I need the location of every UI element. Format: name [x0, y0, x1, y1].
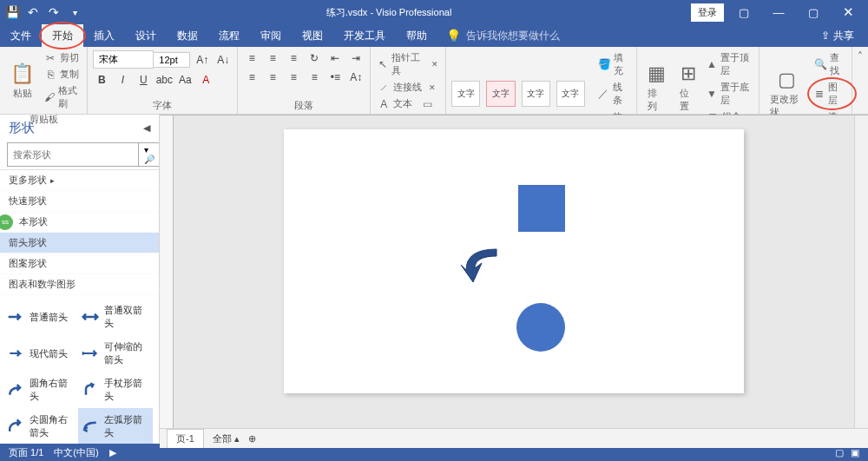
- layers-icon: ≣: [814, 88, 825, 100]
- stencil-arrows[interactable]: 箭头形状: [0, 233, 159, 254]
- menu-developer[interactable]: 开发工具: [333, 24, 396, 47]
- font-size-combo[interactable]: 12pt: [154, 52, 190, 68]
- ribbon-display-icon[interactable]: ▢: [729, 0, 759, 24]
- menu-home[interactable]: 开始: [42, 24, 83, 47]
- stencil-patterns[interactable]: 图案形状: [0, 254, 159, 274]
- search-dropdown-button[interactable]: ▾ 🔎: [139, 142, 160, 167]
- align-top-icon[interactable]: ≡: [243, 50, 260, 66]
- italic-button[interactable]: I: [114, 72, 131, 88]
- shape-style-2[interactable]: 文字: [486, 81, 515, 107]
- stencil-charts[interactable]: 图表和数学图形: [0, 274, 159, 295]
- stencil-basic[interactable]: ss 本形状: [0, 212, 159, 233]
- pointer-tool-button[interactable]: ↖指针工具✕: [376, 50, 440, 78]
- menu-view[interactable]: 视图: [292, 24, 333, 47]
- canvas-scroll[interactable]: [174, 115, 854, 428]
- shape-item[interactable]: 圆角右箭头: [3, 372, 78, 408]
- decrease-font-icon[interactable]: A↓: [214, 52, 232, 68]
- menu-review[interactable]: 审阅: [250, 24, 292, 47]
- position-icon: ⊞: [681, 63, 696, 85]
- layers-button[interactable]: ≣图层: [812, 80, 846, 108]
- shape-item[interactable]: 普通箭头: [3, 299, 78, 335]
- shape-item[interactable]: 普通双箭头: [78, 299, 153, 335]
- fill-button[interactable]: 🪣填充: [596, 50, 631, 78]
- line-button[interactable]: ／线条: [596, 80, 631, 108]
- page-tab-1[interactable]: 页-1: [167, 429, 204, 448]
- all-pages-button[interactable]: 全部 ▴: [213, 432, 240, 445]
- connector-tool-button[interactable]: ⟋连接线✕: [376, 80, 440, 95]
- stencil-more-shapes[interactable]: 更多形状 ▸: [0, 170, 159, 191]
- minimize-icon[interactable]: —: [764, 0, 793, 24]
- orientation-icon[interactable]: ↻: [306, 50, 323, 66]
- drawing-page[interactable]: [284, 129, 744, 393]
- change-shape-button[interactable]: ▢更改形状: [765, 67, 809, 121]
- spacing-icon[interactable]: A↕: [347, 69, 365, 85]
- qat-more-icon[interactable]: ▾: [68, 7, 82, 17]
- undo-icon[interactable]: ↶: [26, 7, 40, 17]
- shape-item[interactable]: 手杖形箭头: [78, 372, 153, 408]
- shapes-search-input[interactable]: [7, 142, 139, 167]
- find-button[interactable]: 🔍查找: [812, 50, 846, 78]
- paste-button[interactable]: 📋 粘贴: [5, 61, 39, 102]
- font-name-combo[interactable]: 宋体: [93, 50, 154, 69]
- format-painter-button[interactable]: 🖌格式刷: [43, 83, 82, 111]
- login-button[interactable]: 登录: [691, 3, 724, 22]
- shape-circle[interactable]: [516, 303, 565, 352]
- menu-help[interactable]: 帮助: [396, 24, 437, 47]
- shape-item-selected[interactable]: 左弧形箭头: [78, 408, 153, 444]
- strike-button[interactable]: abc: [155, 72, 173, 88]
- pointer-icon: ↖: [378, 58, 388, 70]
- maximize-icon[interactable]: ▢: [799, 0, 828, 24]
- shape-item[interactable]: 现代箭头: [3, 335, 78, 372]
- share-icon: ⇪: [821, 30, 830, 42]
- shape-item[interactable]: 可伸缩的箭头: [78, 335, 153, 372]
- align-bottom-icon[interactable]: ≡: [285, 50, 302, 66]
- bring-front-button[interactable]: ▲置于顶层: [705, 50, 753, 78]
- position-button[interactable]: ⊞位置: [674, 61, 701, 115]
- align-center-icon[interactable]: ≡: [264, 69, 281, 85]
- add-page-button[interactable]: ⊕: [248, 433, 256, 445]
- copy-button[interactable]: ⎘复制: [43, 67, 82, 82]
- shape-style-1[interactable]: 文字: [451, 81, 480, 107]
- font-color-button[interactable]: A: [197, 72, 214, 88]
- align-left-icon[interactable]: ≡: [243, 69, 260, 85]
- bold-button[interactable]: B: [93, 72, 110, 88]
- close-icon[interactable]: ✕: [833, 0, 863, 24]
- stencil-quick[interactable]: 快速形状: [0, 191, 159, 212]
- scrollbar-vertical[interactable]: [854, 115, 868, 428]
- zoom-fit-icon[interactable]: ▢: [835, 447, 844, 458]
- collapse-ribbon-icon[interactable]: ˄: [852, 47, 868, 114]
- text-tool-button[interactable]: A文本▭: [376, 96, 440, 111]
- justify-icon[interactable]: ≡: [306, 69, 323, 85]
- indent-dec-icon[interactable]: ⇤: [326, 50, 344, 66]
- ribbon-group-clipboard: 📋 粘贴 ✂剪切 ⎘复制 🖌格式刷 剪贴板: [0, 47, 88, 114]
- shape-item[interactable]: 尖圆角右箭头: [3, 408, 78, 444]
- line-icon: ／: [598, 87, 609, 102]
- cane-arrow-icon: [82, 382, 99, 398]
- tell-me-search[interactable]: 💡 告诉我你想要做什么: [437, 24, 569, 47]
- bullets-icon[interactable]: •≡: [326, 69, 344, 85]
- menu-data[interactable]: 数据: [167, 24, 208, 47]
- menu-design[interactable]: 设计: [125, 24, 167, 47]
- shape-style-3[interactable]: 文字: [522, 81, 550, 107]
- increase-font-icon[interactable]: A↑: [194, 52, 211, 68]
- arrange-button[interactable]: ▦排列: [642, 61, 671, 115]
- shape-left-arc-arrow[interactable]: [457, 244, 501, 286]
- collapse-shapes-icon[interactable]: ◀: [143, 122, 150, 134]
- casechange-button[interactable]: Aa: [176, 72, 194, 88]
- indent-inc-icon[interactable]: ⇥: [347, 50, 365, 66]
- underline-button[interactable]: U: [135, 72, 152, 88]
- menu-file[interactable]: 文件: [0, 24, 42, 47]
- align-right-icon[interactable]: ≡: [285, 69, 302, 85]
- menu-insert[interactable]: 插入: [83, 24, 125, 47]
- macro-icon[interactable]: ▶: [109, 447, 116, 458]
- shape-style-4[interactable]: 文字: [556, 81, 585, 107]
- present-mode-icon[interactable]: ▣: [851, 447, 859, 458]
- shape-square[interactable]: [518, 185, 565, 232]
- cut-button[interactable]: ✂剪切: [43, 50, 82, 65]
- send-back-button[interactable]: ▼置于底层: [705, 80, 753, 108]
- share-button[interactable]: ⇪ 共享: [807, 24, 868, 47]
- redo-icon[interactable]: ↷: [47, 7, 61, 17]
- align-middle-icon[interactable]: ≡: [264, 50, 281, 66]
- menu-process[interactable]: 流程: [208, 24, 250, 47]
- save-icon[interactable]: 💾: [5, 7, 19, 17]
